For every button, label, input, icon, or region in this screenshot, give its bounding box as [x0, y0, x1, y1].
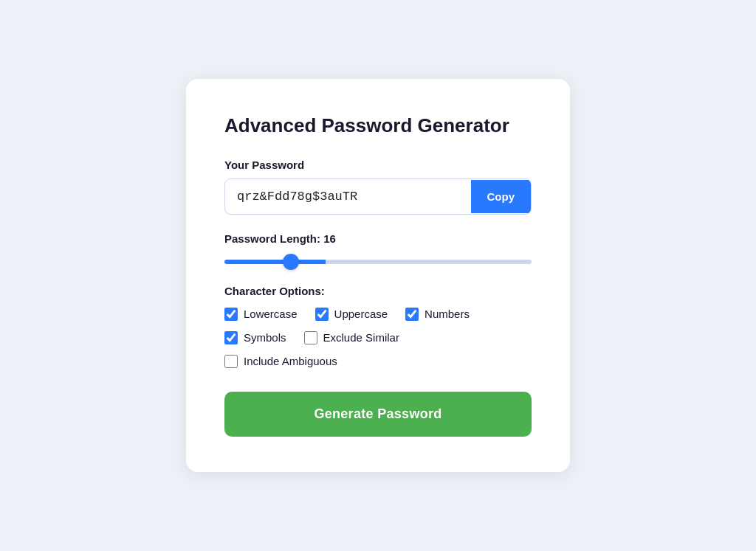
- checkbox-item-uppercase[interactable]: Uppercase: [315, 308, 388, 321]
- password-field[interactable]: [225, 179, 471, 214]
- exclude-similar-label: Exclude Similar: [323, 331, 399, 344]
- numbers-checkbox[interactable]: [405, 308, 419, 321]
- character-options-label: Character Options:: [224, 285, 532, 297]
- checkbox-row-2: Symbols Exclude Similar: [224, 331, 532, 344]
- symbols-label: Symbols: [244, 331, 286, 344]
- checkbox-item-include-ambiguous[interactable]: Include Ambiguous: [224, 355, 337, 368]
- character-options-grid: Lowercase Uppercase Numbers Symbols Excl…: [224, 308, 532, 368]
- checkbox-row-3: Include Ambiguous: [224, 355, 532, 368]
- include-ambiguous-label: Include Ambiguous: [244, 355, 337, 367]
- page-title: Advanced Password Generator: [224, 114, 532, 137]
- symbols-checkbox[interactable]: [224, 331, 238, 344]
- numbers-label: Numbers: [425, 308, 470, 320]
- include-ambiguous-checkbox[interactable]: [224, 355, 238, 368]
- password-field-row: Copy: [224, 179, 532, 215]
- lowercase-checkbox[interactable]: [224, 308, 238, 321]
- copy-button[interactable]: Copy: [471, 180, 532, 213]
- checkbox-item-lowercase[interactable]: Lowercase: [224, 308, 298, 321]
- checkbox-row-1: Lowercase Uppercase Numbers: [224, 308, 532, 321]
- uppercase-label: Uppercase: [334, 308, 388, 320]
- checkbox-item-exclude-similar[interactable]: Exclude Similar: [304, 331, 399, 344]
- password-generator-card: Advanced Password Generator Your Passwor…: [186, 79, 570, 471]
- generate-button[interactable]: Generate Password: [224, 392, 532, 437]
- exclude-similar-checkbox[interactable]: [304, 331, 317, 344]
- checkbox-item-symbols[interactable]: Symbols: [224, 331, 286, 344]
- slider-wrapper: [224, 254, 532, 267]
- checkbox-item-numbers[interactable]: Numbers: [405, 308, 470, 321]
- lowercase-label: Lowercase: [244, 308, 298, 320]
- length-label: Password Length: 16: [224, 232, 532, 245]
- password-section-label: Your Password: [224, 159, 532, 171]
- uppercase-checkbox[interactable]: [315, 308, 329, 321]
- length-slider[interactable]: [224, 260, 532, 264]
